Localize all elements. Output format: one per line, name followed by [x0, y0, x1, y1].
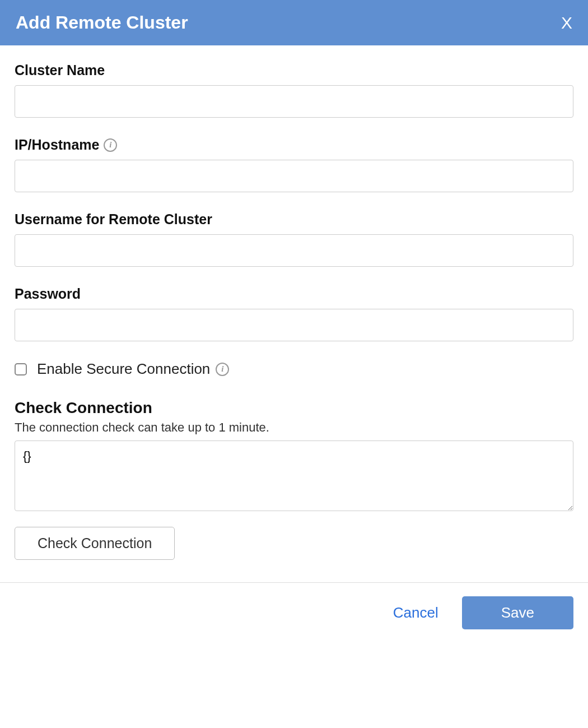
modal-title: Add Remote Cluster — [16, 12, 188, 33]
modal-footer: Cancel Save — [0, 582, 588, 643]
ip-hostname-label: IP/Hostname i — [15, 137, 573, 153]
secure-connection-label: Enable Secure Connection i — [37, 360, 229, 378]
secure-connection-checkbox[interactable] — [15, 363, 27, 375]
password-label: Password — [15, 286, 573, 302]
password-input[interactable] — [15, 309, 573, 341]
cluster-name-group: Cluster Name — [15, 62, 573, 118]
save-button[interactable]: Save — [462, 596, 573, 629]
secure-connection-label-text: Enable Secure Connection — [37, 360, 210, 378]
info-icon[interactable]: i — [216, 363, 229, 376]
username-input[interactable] — [15, 234, 573, 267]
ip-hostname-input[interactable] — [15, 160, 573, 192]
check-connection-title: Check Connection — [15, 399, 573, 417]
ip-hostname-group: IP/Hostname i — [15, 137, 573, 192]
check-connection-desc: The connection check can take up to 1 mi… — [15, 420, 573, 435]
ip-hostname-label-text: IP/Hostname — [15, 137, 99, 153]
cluster-name-label: Cluster Name — [15, 62, 573, 78]
check-connection-output[interactable]: {} — [15, 440, 573, 511]
info-icon[interactable]: i — [104, 138, 117, 152]
close-icon[interactable]: X — [561, 13, 572, 33]
secure-connection-row: Enable Secure Connection i — [15, 360, 573, 378]
username-label: Username for Remote Cluster — [15, 211, 573, 228]
modal-body: Cluster Name IP/Hostname i Username for … — [0, 45, 588, 582]
check-connection-button[interactable]: Check Connection — [15, 527, 175, 560]
cluster-name-input[interactable] — [15, 85, 573, 118]
username-group: Username for Remote Cluster — [15, 211, 573, 267]
password-group: Password — [15, 286, 573, 341]
check-connection-section: Check Connection The connection check ca… — [15, 399, 573, 560]
modal-header: Add Remote Cluster X — [0, 0, 588, 45]
cancel-button[interactable]: Cancel — [393, 604, 438, 622]
